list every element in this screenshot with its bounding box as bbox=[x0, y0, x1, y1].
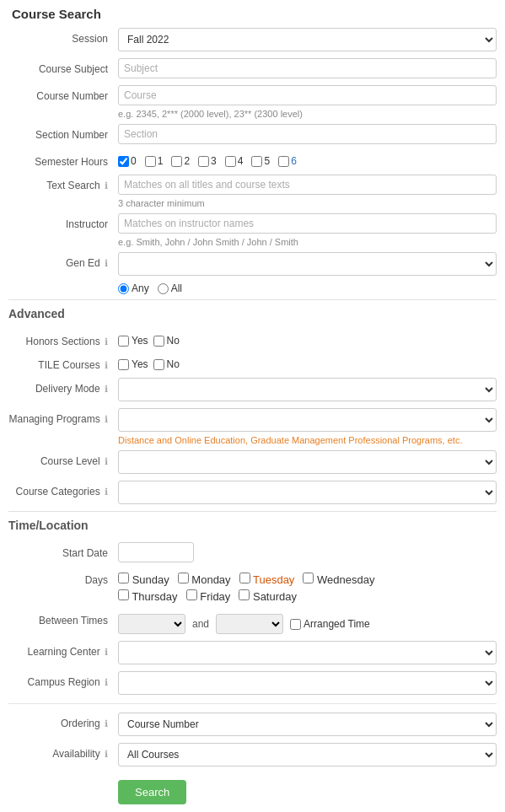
page-title: Course Search bbox=[0, 0, 505, 28]
campus-region-info-icon: ℹ bbox=[105, 677, 108, 687]
arranged-time-checkbox[interactable]: Arranged Time bbox=[290, 618, 370, 630]
session-select[interactable]: Fall 2022 Spring 2023 Summer 2023 bbox=[118, 28, 497, 51]
learning-center-label: Learning Center ℹ bbox=[8, 641, 118, 658]
delivery-mode-select[interactable] bbox=[118, 378, 497, 401]
semester-hours-group: 0 1 2 3 4 5 6 bbox=[118, 151, 302, 167]
course-number-label: Course Number bbox=[8, 85, 118, 102]
course-subject-label: Course Subject bbox=[8, 58, 118, 75]
course-level-select[interactable] bbox=[118, 450, 497, 474]
advanced-section-header: Advanced bbox=[8, 299, 497, 325]
text-search-label: Text Search ℹ bbox=[8, 175, 118, 191]
campus-region-label: Campus Region ℹ bbox=[8, 671, 118, 688]
semester-hours-0[interactable]: 0 bbox=[118, 155, 137, 167]
gen-ed-any-radio[interactable]: Any bbox=[118, 282, 149, 294]
semester-hours-3[interactable]: 3 bbox=[198, 155, 217, 167]
gen-ed-radio-group: Any All bbox=[118, 282, 497, 294]
honors-sections-label: Honors Sections ℹ bbox=[8, 331, 118, 347]
learning-center-select[interactable] bbox=[118, 641, 497, 664]
semester-hours-1[interactable]: 1 bbox=[145, 155, 164, 167]
days-group: Sunday Monday Tuesday Wednesday Thursday bbox=[118, 569, 374, 603]
instructor-label: Instructor bbox=[8, 213, 118, 230]
semester-hours-5[interactable]: 5 bbox=[251, 155, 270, 167]
availability-select[interactable]: All Courses Open Courses Only bbox=[118, 743, 497, 766]
and-label: and bbox=[192, 618, 209, 630]
between-times-group: and Arranged Time bbox=[118, 610, 370, 634]
managing-programs-hint: Distance and Online Education, Graduate … bbox=[118, 435, 497, 445]
honors-no-checkbox[interactable]: No bbox=[153, 335, 180, 347]
course-level-info-icon: ℹ bbox=[105, 456, 108, 466]
semester-hours-6[interactable]: 6 bbox=[278, 155, 297, 167]
delivery-mode-label: Delivery Mode ℹ bbox=[8, 378, 118, 395]
tile-courses-info-icon: ℹ bbox=[105, 360, 108, 370]
semester-hours-4[interactable]: 4 bbox=[225, 155, 244, 167]
day-monday[interactable]: Monday bbox=[178, 573, 231, 586]
time-location-section-header: Time/Location bbox=[8, 511, 497, 537]
ordering-select[interactable]: Course Number Course Subject Instructor bbox=[118, 713, 497, 736]
course-subject-input[interactable] bbox=[118, 58, 497, 78]
course-level-label: Course Level ℹ bbox=[8, 450, 118, 467]
instructor-hint: e.g. Smith, John / John Smith / John / S… bbox=[118, 237, 497, 247]
tile-no-checkbox[interactable]: No bbox=[153, 358, 180, 370]
text-search-info-icon: ℹ bbox=[105, 180, 108, 191]
semester-hours-label: Semester Hours bbox=[8, 151, 118, 168]
section-number-input[interactable] bbox=[118, 124, 497, 144]
gen-ed-label: Gen Ed ℹ bbox=[8, 252, 118, 269]
course-categories-label: Course Categories ℹ bbox=[8, 481, 118, 497]
campus-region-select[interactable] bbox=[118, 671, 497, 695]
course-number-input[interactable] bbox=[118, 85, 497, 105]
availability-label: Availability ℹ bbox=[8, 743, 118, 760]
tile-courses-label: TILE Courses ℹ bbox=[8, 354, 118, 371]
days-label: Days bbox=[8, 569, 118, 586]
text-search-hint: 3 character minimum bbox=[118, 198, 497, 208]
managing-programs-info-icon: ℹ bbox=[105, 414, 108, 424]
day-thursday[interactable]: Thursday bbox=[118, 589, 178, 603]
between-times-end-select[interactable] bbox=[216, 614, 283, 634]
honors-sections-group: Yes No bbox=[118, 331, 180, 347]
tile-yes-checkbox[interactable]: Yes bbox=[118, 358, 148, 370]
day-tuesday[interactable]: Tuesday bbox=[239, 573, 295, 586]
course-categories-select[interactable] bbox=[118, 481, 497, 504]
text-search-input[interactable] bbox=[118, 175, 497, 195]
gen-ed-info-icon: ℹ bbox=[105, 258, 108, 268]
gen-ed-select[interactable] bbox=[118, 252, 497, 276]
search-button[interactable]: Search bbox=[118, 780, 186, 804]
between-times-label: Between Times bbox=[8, 610, 118, 626]
honors-sections-info-icon: ℹ bbox=[105, 336, 108, 347]
tile-courses-group: Yes No bbox=[118, 354, 180, 370]
gen-ed-all-radio[interactable]: All bbox=[158, 282, 182, 294]
honors-yes-checkbox[interactable]: Yes bbox=[118, 335, 148, 347]
start-date-label: Start Date bbox=[8, 542, 118, 559]
course-categories-info-icon: ℹ bbox=[105, 487, 108, 497]
ordering-info-icon: ℹ bbox=[105, 718, 108, 729]
day-friday[interactable]: Friday bbox=[186, 589, 231, 603]
session-label: Session bbox=[8, 28, 118, 45]
availability-info-icon: ℹ bbox=[105, 749, 108, 759]
between-times-start-select[interactable] bbox=[118, 614, 185, 634]
divider bbox=[8, 703, 497, 704]
delivery-mode-info-icon: ℹ bbox=[105, 384, 108, 394]
day-saturday[interactable]: Saturday bbox=[239, 589, 297, 603]
start-date-input[interactable] bbox=[118, 542, 194, 562]
course-number-hint: e.g. 2345, 2*** (2000 level), 23** (2300… bbox=[118, 109, 497, 119]
managing-programs-label: Managing Programs ℹ bbox=[8, 408, 118, 425]
section-number-label: Section Number bbox=[8, 124, 118, 141]
day-sunday[interactable]: Sunday bbox=[118, 573, 169, 586]
instructor-input[interactable] bbox=[118, 213, 497, 234]
managing-programs-select[interactable] bbox=[118, 408, 497, 432]
ordering-label: Ordering ℹ bbox=[8, 713, 118, 729]
day-wednesday[interactable]: Wednesday bbox=[303, 573, 374, 586]
learning-center-info-icon: ℹ bbox=[105, 647, 108, 657]
semester-hours-2[interactable]: 2 bbox=[171, 155, 190, 167]
